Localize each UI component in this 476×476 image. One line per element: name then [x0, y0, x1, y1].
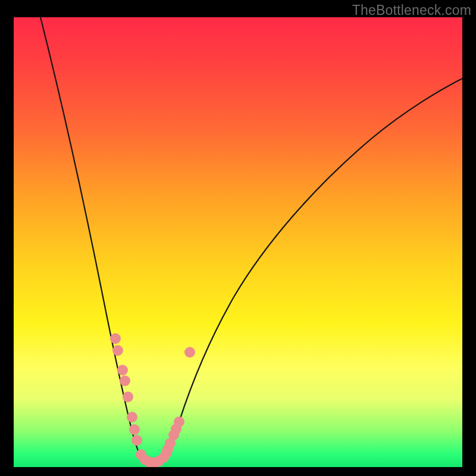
marker-group — [110, 333, 195, 467]
marker-dot — [127, 412, 137, 422]
marker-dot — [110, 333, 121, 344]
marker-dot — [131, 435, 142, 446]
curve-right — [160, 79, 462, 463]
marker-dot — [184, 347, 195, 358]
marker-dot — [174, 416, 184, 427]
marker-dot — [117, 365, 128, 375]
marker-dot — [123, 392, 133, 402]
watermark-text: TheBottleneck.com — [352, 2, 471, 18]
marker-dot — [120, 375, 130, 386]
marker-dot — [129, 424, 140, 435]
chart-overlay — [14, 17, 462, 467]
marker-dot — [112, 345, 123, 356]
